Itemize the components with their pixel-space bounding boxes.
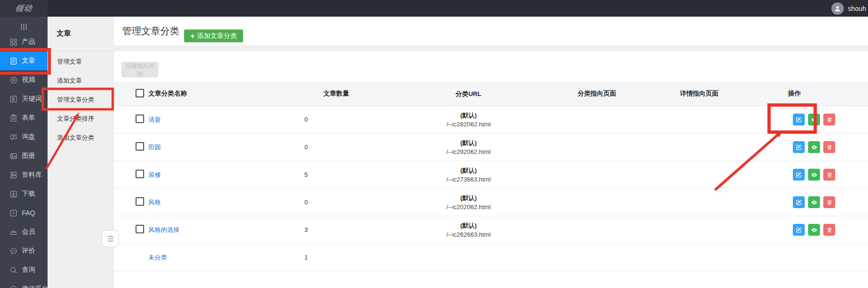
- table-row-4: 风格的选择 3 (默认) /--ic262663.html: [114, 216, 868, 244]
- category-url-2: (默认) /--ic273663.html: [380, 166, 556, 184]
- edit-button-0[interactable]: [793, 114, 805, 125]
- category-table: 文章分类名称 文章数量 分类URL 分类指向页面 详情指向页面 操作: [114, 82, 868, 271]
- category-link-0[interactable]: 清新: [148, 116, 161, 123]
- view-button-3[interactable]: [808, 196, 820, 208]
- actions-cell-2: [761, 169, 868, 181]
- sidebar-item-downloads[interactable]: 下载: [0, 184, 48, 203]
- section-gap: [114, 45, 868, 51]
- submenu-title: 文章: [57, 29, 71, 38]
- table-row-0: 清新 0 (默认) /--ic282062.html: [114, 106, 868, 134]
- article-count-2: 5: [295, 171, 380, 178]
- row-checkbox-1[interactable]: [136, 142, 144, 151]
- edit-button-3[interactable]: [793, 196, 805, 208]
- article-count-4: 3: [295, 226, 380, 233]
- member-icon: [10, 228, 18, 236]
- header-detail-target: 详情指向页面: [637, 89, 761, 98]
- title-bar: 管理文章分类 + 添加文章分类: [114, 17, 868, 45]
- submenu-list: 管理文章 添加文章 管理文章分类 文章分类排序 添加文章分类: [48, 52, 114, 147]
- category-url-4: (默认) /--ic262663.html: [380, 221, 556, 239]
- row-checkbox-0[interactable]: [136, 115, 144, 123]
- delete-button-4[interactable]: [823, 224, 835, 236]
- header-category-target: 分类指向页面: [556, 89, 637, 98]
- add-category-button-label: 添加文章分类: [197, 32, 237, 40]
- divider: [48, 51, 114, 51]
- sidebar-item-videos[interactable]: 视频: [0, 70, 48, 89]
- eye-icon: [810, 226, 818, 234]
- url-path: /--ic262663.html: [380, 230, 556, 239]
- row-checkbox-4[interactable]: [136, 225, 144, 233]
- sidebar-item-label: 会员: [22, 228, 35, 236]
- category-url-3: (默认) /--ic202062.html: [380, 193, 556, 211]
- category-link-3[interactable]: 风格: [148, 199, 161, 206]
- submenu-item-sort-categories[interactable]: 文章分类排序: [48, 109, 114, 128]
- view-button-2[interactable]: [808, 169, 820, 181]
- library-icon: [10, 171, 18, 179]
- sidebar-item-keywords[interactable]: 关键词: [0, 89, 48, 108]
- category-link-1[interactable]: 田园: [148, 144, 161, 151]
- keyword-icon: [10, 95, 18, 103]
- header-name: 文章分类名称: [147, 89, 295, 98]
- delete-button-0[interactable]: [823, 114, 835, 125]
- sidebar-item-gallery[interactable]: 图册: [0, 146, 48, 165]
- sidebar-item-label: 文章: [22, 57, 35, 65]
- delete-button-1[interactable]: [823, 141, 835, 153]
- url-path: /--ic282062.html: [380, 120, 556, 129]
- sidebar-item-forms[interactable]: 表单: [0, 108, 48, 127]
- user-menu[interactable]: shouh: [831, 0, 868, 17]
- edit-button-4[interactable]: [793, 224, 805, 236]
- delete-button-2[interactable]: [823, 169, 835, 181]
- category-link-5[interactable]: 未分类: [148, 254, 167, 261]
- menu-collapse-button[interactable]: [102, 230, 119, 247]
- sidebar-item-faq[interactable]: ? FAQ: [0, 203, 48, 222]
- gallery-icon: [10, 152, 18, 160]
- sidebar-item-label: 图册: [22, 152, 35, 160]
- submenu-item-manage-categories[interactable]: 管理文章分类: [48, 90, 114, 109]
- row-checkbox-2[interactable]: [136, 170, 144, 178]
- submenu-item-label: 管理文章分类: [57, 96, 94, 104]
- eye-icon: [810, 199, 818, 206]
- edit-icon: [795, 199, 802, 206]
- sidebar-item-products[interactable]: 产品: [0, 32, 48, 51]
- svg-text:?: ?: [12, 211, 15, 215]
- sidebar-item-label: 表单: [22, 114, 35, 122]
- sidebar-item-wechat[interactable]: 微信平台: [0, 279, 48, 288]
- article-count-0: 0: [295, 116, 380, 123]
- faq-icon: ?: [10, 209, 18, 217]
- view-button-4[interactable]: [808, 224, 820, 236]
- edit-button-1[interactable]: [793, 141, 805, 153]
- submenu-item-add-article[interactable]: 添加文章: [48, 71, 114, 90]
- sidebar-collapse-handle[interactable]: [0, 21, 48, 32]
- actions-cell-3: [761, 196, 868, 208]
- url-default-label: (默认): [380, 138, 556, 147]
- sidebar-item-members[interactable]: 会员: [0, 222, 48, 241]
- sidebar-item-library[interactable]: 资料库: [0, 165, 48, 184]
- sidebar-item-articles[interactable]: 文章: [0, 51, 48, 70]
- edit-button-2[interactable]: [793, 169, 805, 181]
- sidebar-item-label: 下载: [22, 190, 35, 198]
- inquiry-icon: ¥: [10, 133, 18, 141]
- table-header-row: 文章分类名称 文章数量 分类URL 分类指向页面 详情指向页面 操作: [114, 82, 868, 106]
- sidebar-item-reviews[interactable]: 评价: [0, 241, 48, 260]
- set-target-page-button[interactable]: 设置指向页面: [121, 62, 158, 77]
- username: shouh: [848, 5, 868, 12]
- category-link-4[interactable]: 风格的选择: [148, 226, 179, 233]
- submenu-item-manage-articles[interactable]: 管理文章: [48, 52, 114, 71]
- view-button-0[interactable]: [808, 114, 820, 125]
- view-button-1[interactable]: [808, 141, 820, 153]
- avatar[interactable]: [831, 2, 844, 15]
- sidebar-item-label: 微信平台: [22, 285, 49, 288]
- delete-button-3[interactable]: [823, 196, 835, 208]
- add-category-button[interactable]: + 添加文章分类: [184, 29, 243, 42]
- submenu-item-add-category[interactable]: 添加文章分类: [48, 128, 114, 147]
- article-count-1: 0: [295, 144, 380, 151]
- edit-icon: [795, 116, 802, 123]
- submenu-item-label: 添加文章分类: [57, 134, 94, 142]
- sidebar-item-search[interactable]: 查询: [0, 260, 48, 279]
- select-all-checkbox[interactable]: [136, 89, 144, 97]
- category-link-2[interactable]: 装修: [148, 171, 161, 178]
- sidebar-item-inquiries[interactable]: ¥ 询盘: [0, 127, 48, 146]
- row-checkbox-3[interactable]: [136, 197, 144, 206]
- url-default-label: (默认): [380, 221, 556, 230]
- header-url: 分类URL: [380, 89, 556, 98]
- sidebar-item-label: 资料库: [22, 171, 42, 179]
